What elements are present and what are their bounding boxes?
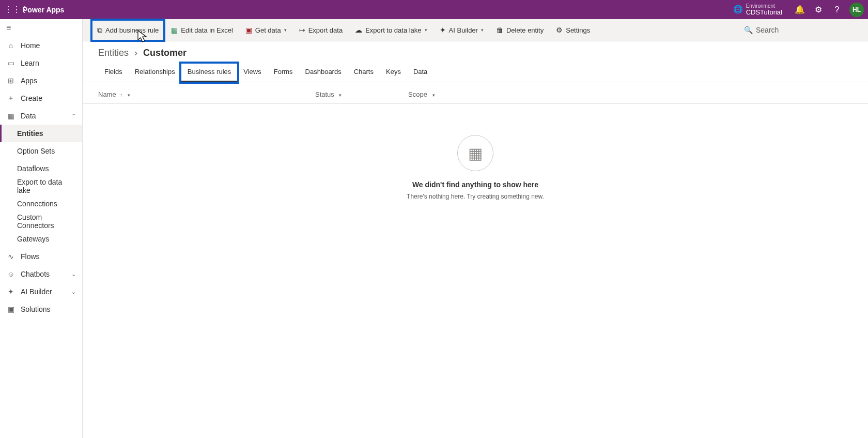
chevron-down-icon: ▾ bbox=[481, 27, 484, 33]
command-bar: ⧉ Add business rule ▦ Edit data in Excel… bbox=[83, 19, 868, 41]
col-name[interactable]: Name ↑ ▾ bbox=[98, 90, 315, 98]
nav-ai-builder[interactable]: ✦ AI Builder ⌄ bbox=[0, 283, 82, 300]
nav-custom-connectors[interactable]: Custom Connectors bbox=[0, 213, 82, 230]
settings-icon[interactable]: ⚙ bbox=[809, 5, 828, 14]
export-to-lake-button[interactable]: ☁ Export to data lake ▾ bbox=[349, 19, 433, 41]
breadcrumb-current: Customer bbox=[143, 48, 187, 58]
nav-connections[interactable]: Connections bbox=[0, 195, 82, 213]
empty-title: We didn't find anything to show here bbox=[412, 180, 538, 189]
chevron-down-icon: ▾ bbox=[284, 27, 287, 33]
sort-up-icon: ↑ bbox=[120, 92, 122, 98]
chevron-down-icon: ▾ bbox=[425, 27, 427, 33]
tab-data[interactable]: Data bbox=[407, 64, 433, 82]
add-rule-icon: ⧉ bbox=[97, 26, 102, 35]
left-nav: ≡ ⌂ Home ▭ Learn ⊞ Apps ＋ Create ▦ Data … bbox=[0, 19, 83, 438]
nav-chatbots[interactable]: ☺ Chatbots ⌄ bbox=[0, 265, 82, 283]
gear-icon: ⚙ bbox=[556, 26, 563, 34]
get-data-icon: ▣ bbox=[245, 26, 252, 34]
environment-label: Environment bbox=[746, 3, 782, 9]
tab-views[interactable]: Views bbox=[237, 64, 267, 82]
tab-business-rules[interactable]: Business rules bbox=[181, 64, 238, 82]
flow-icon: ∿ bbox=[6, 252, 16, 261]
chevron-down-icon: ▾ bbox=[339, 93, 342, 98]
chevron-up-icon: ⌃ bbox=[71, 113, 76, 119]
search-input[interactable]: 🔍 Search bbox=[744, 26, 858, 34]
chevron-down-icon: ▾ bbox=[128, 93, 130, 98]
nav-gateways[interactable]: Gateways bbox=[0, 230, 82, 248]
environment-value: CDSTutorial bbox=[746, 9, 782, 16]
trash-icon: 🗑 bbox=[496, 26, 503, 34]
apps-icon: ⊞ bbox=[6, 77, 16, 85]
avatar[interactable]: HL bbox=[849, 3, 864, 17]
export-data-button[interactable]: ↦ Export data bbox=[293, 19, 349, 41]
breadcrumb-parent[interactable]: Entities bbox=[98, 48, 129, 58]
tab-dashboards[interactable]: Dashboards bbox=[299, 64, 348, 82]
solutions-icon: ▣ bbox=[6, 305, 16, 313]
waffle-icon[interactable]: ⋮⋮⋮ bbox=[4, 5, 21, 14]
app-name: Power Apps bbox=[23, 6, 64, 14]
nav-dataflows[interactable]: Dataflows bbox=[0, 160, 82, 177]
top-header: ⋮⋮⋮ Power Apps 🌐 Environment CDSTutorial… bbox=[0, 0, 868, 19]
plus-icon: ＋ bbox=[6, 94, 16, 103]
nav-apps[interactable]: ⊞ Apps bbox=[0, 72, 82, 89]
environment-picker[interactable]: 🌐 Environment CDSTutorial bbox=[733, 3, 782, 16]
ai-icon: ✦ bbox=[6, 288, 16, 296]
nav-flows[interactable]: ∿ Flows bbox=[0, 248, 82, 265]
breadcrumb: Entities › Customer bbox=[83, 41, 868, 61]
entity-tabs: Fields Relationships Business rules View… bbox=[83, 61, 868, 82]
main-area: ⧉ Add business rule ▦ Edit data in Excel… bbox=[83, 19, 868, 438]
nav-create[interactable]: ＋ Create bbox=[0, 89, 82, 107]
nav-option-sets[interactable]: Option Sets bbox=[0, 142, 82, 160]
chevron-down-icon: ⌄ bbox=[71, 271, 76, 278]
excel-icon: ▦ bbox=[171, 26, 178, 34]
tab-fields[interactable]: Fields bbox=[98, 64, 129, 82]
get-data-button[interactable]: ▣ Get data ▾ bbox=[239, 19, 293, 41]
empty-subtitle: There's nothing here. Try creating somet… bbox=[407, 193, 544, 200]
ai-icon: ✦ bbox=[440, 26, 446, 34]
col-scope[interactable]: Scope ▾ bbox=[408, 90, 501, 98]
empty-state: ▦ We didn't find anything to show here T… bbox=[83, 135, 868, 200]
nav-data[interactable]: ▦ Data ⌃ bbox=[0, 107, 82, 125]
breadcrumb-separator-icon: › bbox=[134, 48, 137, 58]
nav-learn[interactable]: ▭ Learn bbox=[0, 54, 82, 72]
help-icon[interactable]: ? bbox=[828, 5, 846, 14]
nav-solutions[interactable]: ▣ Solutions bbox=[0, 300, 82, 318]
notifications-icon[interactable]: 🔔 bbox=[791, 5, 809, 14]
add-business-rule-button[interactable]: ⧉ Add business rule bbox=[91, 19, 165, 41]
delete-entity-button[interactable]: 🗑 Delete entity bbox=[490, 19, 550, 41]
export-icon: ↦ bbox=[299, 26, 305, 34]
tab-relationships[interactable]: Relationships bbox=[129, 64, 181, 82]
search-icon: 🔍 bbox=[744, 26, 753, 34]
book-icon: ▭ bbox=[6, 59, 16, 67]
tab-charts[interactable]: Charts bbox=[348, 64, 380, 82]
nav-home[interactable]: ⌂ Home bbox=[0, 37, 82, 54]
data-icon: ▦ bbox=[6, 112, 16, 120]
nav-collapse-icon[interactable]: ≡ bbox=[0, 19, 82, 37]
settings-button[interactable]: ⚙ Settings bbox=[550, 19, 596, 41]
tab-keys[interactable]: Keys bbox=[380, 64, 407, 82]
edit-in-excel-button[interactable]: ▦ Edit data in Excel bbox=[165, 19, 239, 41]
ai-builder-button[interactable]: ✦ AI Builder ▾ bbox=[433, 19, 490, 41]
chevron-down-icon: ⌄ bbox=[71, 289, 76, 295]
empty-table-icon: ▦ bbox=[457, 135, 493, 171]
chatbot-icon: ☺ bbox=[6, 270, 16, 278]
home-icon: ⌂ bbox=[6, 41, 16, 50]
column-headers: Name ↑ ▾ Status ▾ Scope ▾ bbox=[83, 82, 868, 104]
chevron-down-icon: ▾ bbox=[432, 93, 435, 98]
col-status[interactable]: Status ▾ bbox=[315, 90, 408, 98]
tab-forms[interactable]: Forms bbox=[268, 64, 299, 82]
lake-icon: ☁ bbox=[355, 26, 362, 34]
nav-entities[interactable]: Entities bbox=[0, 125, 82, 142]
nav-export-lake[interactable]: Export to data lake bbox=[0, 177, 82, 195]
environment-icon: 🌐 bbox=[733, 5, 743, 14]
